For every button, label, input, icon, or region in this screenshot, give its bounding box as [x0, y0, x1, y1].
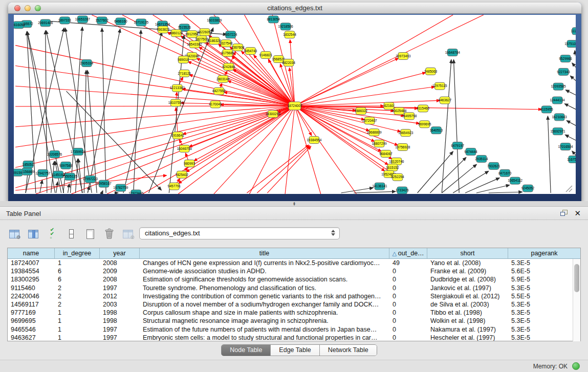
table-cell: Yano et al. (2008)	[427, 259, 508, 267]
graph-node-label: 2367608	[231, 46, 245, 49]
graph-node-label: 2616050	[14, 23, 25, 27]
network-canvas[interactable]: 2405572206914061897331106532871527602646…	[14, 15, 576, 194]
table-cell: 5.3E-5	[508, 325, 580, 334]
table-cell: 18300295	[8, 275, 55, 283]
column-header-name[interactable]: name	[8, 248, 55, 258]
window-titlebar[interactable]: citations_edges.txt	[8, 3, 581, 14]
table-row[interactable]: 911546021997Tourette syndrome. Phenomeno…	[8, 284, 580, 292]
dropdown-stepper-icon	[331, 230, 335, 236]
table-row[interactable]: 946554611997Estimation of the future num…	[8, 325, 580, 334]
graph-node-label: 19384554	[307, 138, 321, 142]
column-header-pagerank[interactable]: pagerank	[508, 248, 580, 258]
graph-edge	[476, 185, 510, 193]
tab-edge-table[interactable]: Edge Table	[271, 345, 319, 356]
graph-edge	[178, 106, 295, 194]
table-body: 1872400712008Changes of HCN gene express…	[8, 259, 580, 341]
graph-edge	[572, 63, 576, 68]
column-header-in_degree[interactable]: in_degree	[55, 248, 100, 258]
graph-node-label: 12975115	[432, 84, 447, 87]
graph-node-label: 17957223	[83, 177, 98, 181]
graph-node-label: 20206576	[47, 152, 62, 156]
table-cell: Changes of HCN gene expression and I(f) …	[140, 259, 389, 267]
new-table-icon[interactable]	[84, 228, 96, 240]
table-settings-icon[interactable]: ⚙	[8, 228, 20, 240]
table-row[interactable]: 2242004622012Investigating the contribut…	[8, 292, 580, 300]
graph-node-label: 1733426	[396, 188, 409, 192]
table-cell: Hescheler et al. (1997)	[427, 334, 508, 341]
graph-node-label: 18300295	[266, 112, 280, 116]
graph-node-label: 19218506	[278, 25, 293, 28]
graph-edge	[465, 178, 499, 193]
memory-status-icon[interactable]	[572, 362, 580, 370]
column-header-title[interactable]: title	[140, 248, 389, 258]
graph-node-label: 9252254	[391, 175, 404, 179]
graph-node-label: 7886322	[355, 109, 368, 113]
canvas-resize-grip[interactable]	[566, 186, 572, 192]
graph-node-label: 17016504	[558, 145, 573, 148]
scrollbar-thumb[interactable]	[574, 264, 579, 292]
table-row[interactable]: 969969511998Structural magnetic resonanc…	[8, 317, 580, 325]
graph-node-label: 1640513	[430, 128, 443, 132]
table-cell: 14569117	[8, 300, 55, 309]
table-row[interactable]: 946362711997Embryonic stem cells: a mode…	[8, 334, 580, 341]
float-panel-icon[interactable]	[560, 210, 568, 216]
table-row[interactable]: 1938455462009Genome-wide association stu…	[8, 267, 580, 275]
table-scrollbar[interactable]	[573, 259, 580, 341]
graph-node-label: 7515526	[178, 26, 191, 29]
panel-splitter[interactable]: ▴▾	[0, 201, 588, 206]
table-selector-dropdown[interactable]: citations_edges.txt	[139, 227, 340, 239]
graph-node-label: 9175685	[221, 51, 234, 55]
graph-node-label: 8454743	[244, 49, 257, 53]
graph-edge	[453, 59, 459, 193]
column-visibility-icon[interactable]	[27, 228, 39, 240]
table-row[interactable]: 1830029562008Estimation of significance …	[8, 275, 580, 283]
graph-node-label: 19756928	[395, 145, 410, 149]
column-header-short[interactable]: short	[427, 248, 508, 258]
graph-node-label: 39159	[14, 171, 23, 174]
graph-node-label: 9699695	[418, 122, 431, 126]
graph-edge	[257, 146, 310, 193]
graph-node-label: 10653287	[75, 17, 90, 21]
table-cell: 9777169	[8, 309, 55, 317]
graph-node-label: 12213383	[170, 86, 185, 90]
graph-edge	[247, 145, 309, 193]
tab-node-table[interactable]: Node Table	[222, 345, 271, 356]
delete-column-icon[interactable]: ⊗	[122, 228, 134, 240]
select-all-icon[interactable]: ✔✔▫	[46, 228, 58, 240]
graph-node-label: 15751074	[564, 42, 576, 46]
table-cell: 1	[55, 334, 100, 341]
table-cell: 5.6E-5	[508, 267, 580, 275]
splitter-handle-icon[interactable]: ▴▾	[291, 202, 298, 206]
graph-edge	[565, 90, 576, 95]
column-header-year[interactable]: year	[100, 248, 140, 258]
table-cell: 5.9E-5	[508, 275, 580, 283]
graph-node-label: 1827503	[195, 37, 208, 41]
table-row[interactable]: 977716911998Corpus callosum shape and si…	[8, 309, 580, 317]
table-cell: Structural magnetic resonance image aver…	[140, 317, 389, 325]
table-cell: 2008	[100, 275, 140, 283]
graph-edge	[575, 51, 575, 56]
table-cell: 18724007	[8, 259, 55, 267]
graph-node-label: 8912954	[185, 32, 199, 36]
tab-network-table[interactable]: Network Table	[320, 345, 377, 356]
close-panel-icon[interactable]: ✕	[574, 209, 581, 217]
graph-edge	[442, 59, 451, 193]
graph-node-label: 16543382	[187, 42, 202, 46]
graph-node-label: 2905334	[80, 61, 94, 65]
table-row[interactable]: 1872400712008Changes of HCN gene express…	[8, 259, 580, 267]
table-cell: Estimation of significance thresholds fo…	[140, 275, 389, 283]
graph-edge	[570, 76, 576, 81]
table-row[interactable]: 1456911722003Disruption of a novel membe…	[8, 300, 580, 309]
table-cell: Jankovic et al. (1997)	[427, 284, 508, 292]
table-toolbar: ⚙ ✔✔▫ ⊗ f(x)	[8, 226, 153, 242]
graph-edge	[15, 106, 295, 167]
table-cell: 1997	[100, 284, 140, 292]
row-height-icon[interactable]	[65, 228, 77, 240]
table-cell: 0	[389, 292, 427, 300]
table-cell: 0	[389, 309, 427, 317]
delete-table-icon[interactable]	[103, 228, 115, 240]
graph-node-label: 1897331	[58, 18, 72, 22]
graph-node-label: 9097588	[59, 164, 73, 167]
graph-edge	[295, 106, 356, 194]
column-header-out_de[interactable]: △out_de…	[389, 248, 427, 258]
